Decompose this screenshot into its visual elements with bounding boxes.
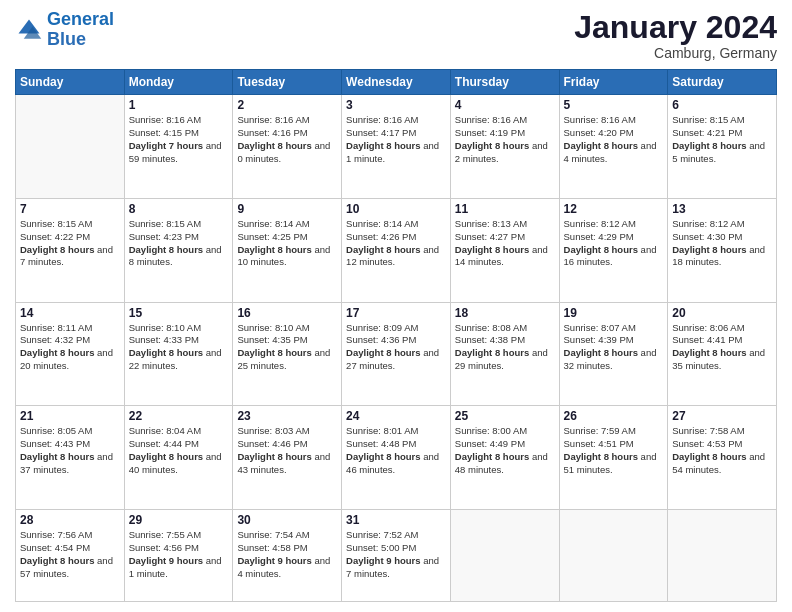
day-info: Sunrise: 8:12 AMSunset: 4:29 PMDaylight … <box>564 218 664 269</box>
col-monday: Monday <box>124 70 233 95</box>
calendar-cell: 26Sunrise: 7:59 AMSunset: 4:51 PMDayligh… <box>559 406 668 510</box>
day-number: 28 <box>20 513 120 527</box>
calendar-cell: 7Sunrise: 8:15 AMSunset: 4:22 PMDaylight… <box>16 198 125 302</box>
day-number: 26 <box>564 409 664 423</box>
day-info: Sunrise: 8:16 AMSunset: 4:20 PMDaylight … <box>564 114 664 165</box>
day-number: 18 <box>455 306 555 320</box>
day-info: Sunrise: 8:00 AMSunset: 4:49 PMDaylight … <box>455 425 555 476</box>
day-info: Sunrise: 8:11 AMSunset: 4:32 PMDaylight … <box>20 322 120 373</box>
day-number: 6 <box>672 98 772 112</box>
day-info: Sunrise: 8:16 AMSunset: 4:16 PMDaylight … <box>237 114 337 165</box>
calendar-cell: 4Sunrise: 8:16 AMSunset: 4:19 PMDaylight… <box>450 95 559 199</box>
day-number: 30 <box>237 513 337 527</box>
day-info: Sunrise: 8:10 AMSunset: 4:35 PMDaylight … <box>237 322 337 373</box>
calendar-cell <box>16 95 125 199</box>
calendar-cell: 23Sunrise: 8:03 AMSunset: 4:46 PMDayligh… <box>233 406 342 510</box>
day-info: Sunrise: 8:14 AMSunset: 4:25 PMDaylight … <box>237 218 337 269</box>
calendar-cell: 3Sunrise: 8:16 AMSunset: 4:17 PMDaylight… <box>342 95 451 199</box>
calendar-table: Sunday Monday Tuesday Wednesday Thursday… <box>15 69 777 602</box>
week-row-4: 21Sunrise: 8:05 AMSunset: 4:43 PMDayligh… <box>16 406 777 510</box>
week-row-3: 14Sunrise: 8:11 AMSunset: 4:32 PMDayligh… <box>16 302 777 406</box>
title-section: January 2024 Camburg, Germany <box>574 10 777 61</box>
col-wednesday: Wednesday <box>342 70 451 95</box>
calendar-header-row: Sunday Monday Tuesday Wednesday Thursday… <box>16 70 777 95</box>
calendar-cell: 13Sunrise: 8:12 AMSunset: 4:30 PMDayligh… <box>668 198 777 302</box>
day-number: 25 <box>455 409 555 423</box>
day-info: Sunrise: 8:12 AMSunset: 4:30 PMDaylight … <box>672 218 772 269</box>
month-title: January 2024 <box>574 10 777 45</box>
day-number: 14 <box>20 306 120 320</box>
header: General Blue January 2024 Camburg, Germa… <box>15 10 777 61</box>
day-info: Sunrise: 7:58 AMSunset: 4:53 PMDaylight … <box>672 425 772 476</box>
day-number: 24 <box>346 409 446 423</box>
day-number: 29 <box>129 513 229 527</box>
logo: General Blue <box>15 10 114 50</box>
week-row-1: 1Sunrise: 8:16 AMSunset: 4:15 PMDaylight… <box>16 95 777 199</box>
calendar-cell: 5Sunrise: 8:16 AMSunset: 4:20 PMDaylight… <box>559 95 668 199</box>
day-info: Sunrise: 8:04 AMSunset: 4:44 PMDaylight … <box>129 425 229 476</box>
day-number: 16 <box>237 306 337 320</box>
col-thursday: Thursday <box>450 70 559 95</box>
day-info: Sunrise: 8:06 AMSunset: 4:41 PMDaylight … <box>672 322 772 373</box>
logo-text: General Blue <box>47 10 114 50</box>
calendar-cell: 1Sunrise: 8:16 AMSunset: 4:15 PMDaylight… <box>124 95 233 199</box>
day-number: 23 <box>237 409 337 423</box>
calendar-cell: 19Sunrise: 8:07 AMSunset: 4:39 PMDayligh… <box>559 302 668 406</box>
col-friday: Friday <box>559 70 668 95</box>
calendar-cell: 14Sunrise: 8:11 AMSunset: 4:32 PMDayligh… <box>16 302 125 406</box>
day-info: Sunrise: 7:52 AMSunset: 5:00 PMDaylight … <box>346 529 446 580</box>
day-number: 3 <box>346 98 446 112</box>
day-info: Sunrise: 8:13 AMSunset: 4:27 PMDaylight … <box>455 218 555 269</box>
day-info: Sunrise: 7:55 AMSunset: 4:56 PMDaylight … <box>129 529 229 580</box>
day-info: Sunrise: 8:15 AMSunset: 4:22 PMDaylight … <box>20 218 120 269</box>
page: General Blue January 2024 Camburg, Germa… <box>0 0 792 612</box>
calendar-cell: 21Sunrise: 8:05 AMSunset: 4:43 PMDayligh… <box>16 406 125 510</box>
col-tuesday: Tuesday <box>233 70 342 95</box>
calendar-cell: 16Sunrise: 8:10 AMSunset: 4:35 PMDayligh… <box>233 302 342 406</box>
calendar-cell: 8Sunrise: 8:15 AMSunset: 4:23 PMDaylight… <box>124 198 233 302</box>
calendar-cell: 29Sunrise: 7:55 AMSunset: 4:56 PMDayligh… <box>124 510 233 602</box>
day-number: 21 <box>20 409 120 423</box>
week-row-5: 28Sunrise: 7:56 AMSunset: 4:54 PMDayligh… <box>16 510 777 602</box>
day-number: 20 <box>672 306 772 320</box>
calendar-cell: 28Sunrise: 7:56 AMSunset: 4:54 PMDayligh… <box>16 510 125 602</box>
calendar-cell <box>668 510 777 602</box>
calendar-cell: 17Sunrise: 8:09 AMSunset: 4:36 PMDayligh… <box>342 302 451 406</box>
day-number: 1 <box>129 98 229 112</box>
day-number: 8 <box>129 202 229 216</box>
calendar-cell: 22Sunrise: 8:04 AMSunset: 4:44 PMDayligh… <box>124 406 233 510</box>
calendar-cell: 15Sunrise: 8:10 AMSunset: 4:33 PMDayligh… <box>124 302 233 406</box>
calendar-cell: 20Sunrise: 8:06 AMSunset: 4:41 PMDayligh… <box>668 302 777 406</box>
col-sunday: Sunday <box>16 70 125 95</box>
day-info: Sunrise: 8:14 AMSunset: 4:26 PMDaylight … <box>346 218 446 269</box>
day-info: Sunrise: 7:59 AMSunset: 4:51 PMDaylight … <box>564 425 664 476</box>
calendar-cell: 11Sunrise: 8:13 AMSunset: 4:27 PMDayligh… <box>450 198 559 302</box>
day-number: 12 <box>564 202 664 216</box>
day-info: Sunrise: 8:08 AMSunset: 4:38 PMDaylight … <box>455 322 555 373</box>
day-number: 22 <box>129 409 229 423</box>
day-number: 9 <box>237 202 337 216</box>
calendar-cell: 25Sunrise: 8:00 AMSunset: 4:49 PMDayligh… <box>450 406 559 510</box>
location: Camburg, Germany <box>574 45 777 61</box>
day-info: Sunrise: 8:16 AMSunset: 4:19 PMDaylight … <box>455 114 555 165</box>
day-number: 7 <box>20 202 120 216</box>
calendar-cell: 31Sunrise: 7:52 AMSunset: 5:00 PMDayligh… <box>342 510 451 602</box>
calendar-cell: 18Sunrise: 8:08 AMSunset: 4:38 PMDayligh… <box>450 302 559 406</box>
day-number: 2 <box>237 98 337 112</box>
day-info: Sunrise: 8:16 AMSunset: 4:15 PMDaylight … <box>129 114 229 165</box>
calendar-cell: 24Sunrise: 8:01 AMSunset: 4:48 PMDayligh… <box>342 406 451 510</box>
calendar-cell <box>450 510 559 602</box>
day-number: 27 <box>672 409 772 423</box>
calendar-cell: 30Sunrise: 7:54 AMSunset: 4:58 PMDayligh… <box>233 510 342 602</box>
day-info: Sunrise: 8:03 AMSunset: 4:46 PMDaylight … <box>237 425 337 476</box>
logo-icon <box>15 16 43 44</box>
calendar-cell: 27Sunrise: 7:58 AMSunset: 4:53 PMDayligh… <box>668 406 777 510</box>
calendar-cell: 6Sunrise: 8:15 AMSunset: 4:21 PMDaylight… <box>668 95 777 199</box>
day-info: Sunrise: 8:07 AMSunset: 4:39 PMDaylight … <box>564 322 664 373</box>
day-info: Sunrise: 8:15 AMSunset: 4:23 PMDaylight … <box>129 218 229 269</box>
calendar-cell <box>559 510 668 602</box>
day-info: Sunrise: 8:15 AMSunset: 4:21 PMDaylight … <box>672 114 772 165</box>
col-saturday: Saturday <box>668 70 777 95</box>
day-number: 4 <box>455 98 555 112</box>
calendar-cell: 2Sunrise: 8:16 AMSunset: 4:16 PMDaylight… <box>233 95 342 199</box>
